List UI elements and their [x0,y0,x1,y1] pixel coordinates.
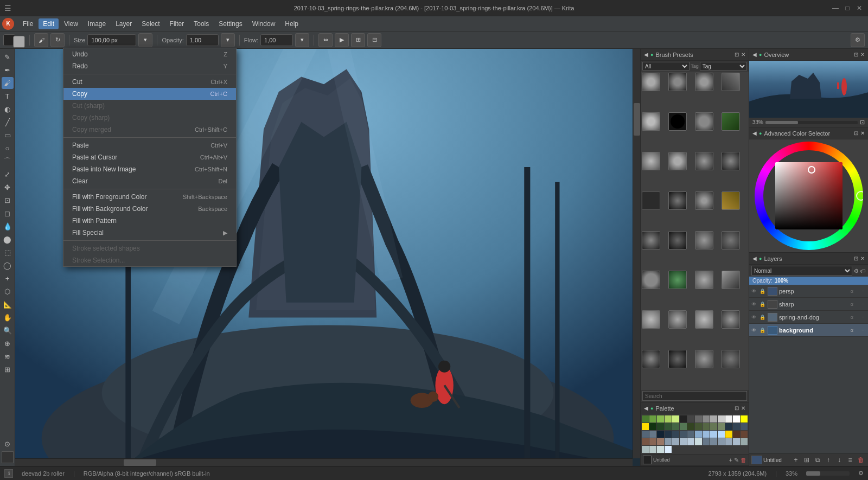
bp-4[interactable] [722,73,740,91]
palette-color-51[interactable] [710,438,717,445]
bp-14[interactable] [668,191,687,210]
palette-color-16[interactable] [657,423,664,430]
layer-background[interactable]: 👁 🔒 background α ⋯ [749,324,868,337]
menu-file[interactable]: File [18,18,37,29]
layers-tag-icon[interactable]: 🏷 [860,268,866,274]
bp-3[interactable] [695,73,713,91]
palette-color-42[interactable] [642,438,649,445]
palette-color-41[interactable] [741,431,748,438]
wrap-btn[interactable]: ↻ [50,33,65,47]
palette-color-21[interactable] [695,423,702,430]
palette-color-29[interactable] [649,431,656,438]
layer-down-btn[interactable]: ↓ [834,455,844,465]
palette-color-5[interactable] [680,415,687,423]
bp-18[interactable] [668,231,687,249]
tool-filter-brush[interactable]: ⊞ [2,363,14,375]
layers-filter-icon[interactable]: ⚙ [854,268,859,274]
menu-fill-bg[interactable]: Fill with Background Color Backspace [63,203,236,215]
tool-path[interactable]: ⌒ [2,155,14,167]
palette-color-0[interactable] [642,415,649,423]
palette-color-52[interactable] [718,438,725,445]
palette-color-8[interactable] [703,415,710,423]
layer-delete-btn[interactable]: 🗑 [856,455,866,465]
bp-1[interactable] [642,73,660,91]
tool-selection-ellipse[interactable]: ◯ [2,259,14,271]
layer-props-btn[interactable]: ≡ [845,455,855,465]
palette-color-3[interactable] [665,415,672,423]
bp-close[interactable]: ✕ [741,52,745,57]
mirror-h-btn[interactable]: ⇔ [318,33,333,47]
scrollbar-h-thumb[interactable] [124,459,156,466]
menu-fill-special[interactable]: Fill Special ▶ [63,227,236,239]
tool-fill[interactable]: ⬤ [2,233,14,245]
menu-window[interactable]: Window [248,18,280,29]
palette-color-20[interactable] [687,423,694,430]
close-button[interactable]: ✕ [855,4,864,12]
brush-preset-btn[interactable]: 🖌 [34,33,48,47]
canvas-btn[interactable]: ⊟ [367,33,381,47]
bp-21[interactable] [642,271,660,289]
bp-30[interactable] [668,350,687,368]
layer-add-btn[interactable]: + [791,455,801,465]
layer-sharp[interactable]: 👁 🔒 sharp α ⋯ [749,298,868,311]
palette-color-15[interactable] [649,423,656,430]
adv-color-float[interactable]: ⊡ [854,130,858,136]
palette-color-40[interactable] [733,431,740,438]
tool-ruler[interactable]: 📐 [2,298,14,310]
menu-redo[interactable]: Redo Y [63,60,236,72]
overview-collapse-2[interactable]: ◀ [752,52,757,57]
layer-lock-bg[interactable]: 🔒 [760,328,766,333]
settings-btn[interactable]: ⚙ [851,33,865,47]
palette-color-12[interactable] [733,415,740,423]
bp-all-select[interactable]: All [642,62,690,71]
palette-del-btn[interactable]: 🗑 [741,457,746,463]
layers-float[interactable]: ⊡ [854,255,858,261]
background-color-btn[interactable] [13,36,25,48]
bp-24[interactable] [722,271,740,289]
palette-color-57[interactable] [649,446,656,453]
layer-lock-sharp[interactable]: 🔒 [760,302,766,307]
menu-cut[interactable]: Cut Ctrl+X [63,76,236,88]
bp-10[interactable] [668,152,687,170]
menu-filter[interactable]: Filter [165,18,189,29]
palette-color-35[interactable] [695,431,702,438]
tool-pan[interactable]: ✋ [2,311,14,323]
palette-color-9[interactable] [710,415,717,423]
bp-11[interactable] [695,152,713,170]
tool-gradient[interactable]: ◐ [2,103,14,115]
palette-color-44[interactable] [657,438,664,445]
size-dropdown-btn[interactable]: ▾ [138,33,152,47]
bp-9[interactable] [642,152,660,170]
overview-float-2[interactable]: ⊡ [854,52,858,57]
menu-settings[interactable]: Settings [214,18,246,29]
bp-25[interactable] [642,310,660,329]
bp-23[interactable] [695,271,713,289]
palette-color-4[interactable] [672,415,679,423]
layer-vis-bg[interactable]: 👁 [751,328,758,333]
palette-color-6[interactable] [687,415,694,423]
palette-close[interactable]: ✕ [741,405,745,411]
bp-6[interactable] [668,112,687,131]
tool-calligraphy[interactable]: ✒ [2,64,14,76]
palette-color-39[interactable] [725,431,732,438]
layer-vis-sharp[interactable]: 👁 [751,302,758,307]
tool-crop[interactable]: ⊡ [2,194,14,206]
layers-close[interactable]: ✕ [860,255,865,261]
maximize-button[interactable]: □ [843,4,852,12]
palette-fg-swatch[interactable] [643,456,652,464]
layer-up-btn[interactable]: ↑ [824,455,833,465]
menu-select[interactable]: Select [137,18,164,29]
bp-28[interactable] [722,310,740,329]
opacity-input[interactable] [186,34,219,46]
layers-collapse[interactable]: ◀ [752,255,757,261]
layer-group-btn[interactable]: ⊞ [802,455,812,465]
menu-fill-fg[interactable]: Fill with Foreground Color Shift+Backspa… [63,191,236,203]
adv-color-close[interactable]: ✕ [860,130,865,136]
palette-color-25[interactable] [725,423,732,430]
bp-29[interactable] [642,350,660,368]
menu-paste-new-image[interactable]: Paste into New Image Ctrl+Shift+N [63,163,236,175]
bp-7[interactable] [695,112,713,131]
tool-zoom[interactable]: 🔍 [2,324,14,336]
blend-mode-select[interactable]: Normal [751,266,852,276]
tool-snap[interactable]: ⊙ [2,438,14,450]
